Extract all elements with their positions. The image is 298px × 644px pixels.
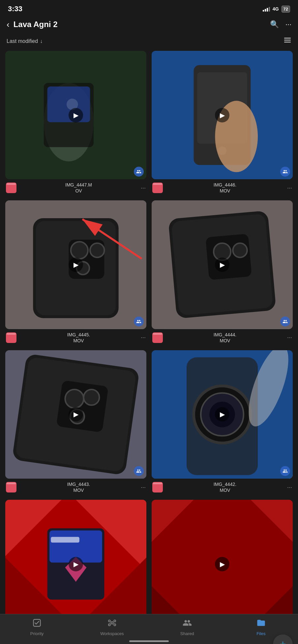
search-button[interactable]: 🔍 bbox=[270, 20, 279, 29]
list-view-button[interactable] bbox=[283, 36, 291, 46]
header: ‹ Lava Agni 2 🔍 ··· bbox=[0, 17, 298, 34]
network-label: 4G bbox=[273, 6, 279, 12]
page-title: Lava Agni 2 bbox=[14, 20, 58, 29]
svg-point-25 bbox=[233, 243, 247, 257]
nav-item-files[interactable]: Files bbox=[248, 617, 274, 637]
files-grid: ▶ IMG_4447.MOV ··· bbox=[0, 51, 298, 644]
svg-point-57 bbox=[108, 620, 110, 622]
file-thumbnail-8[interactable]: ▶ bbox=[152, 500, 293, 628]
file-item-6: ▶ IMG_4442.MOV ··· bbox=[152, 350, 293, 494]
file-more-3[interactable]: ··· bbox=[141, 334, 146, 341]
file-more-2[interactable]: ··· bbox=[287, 185, 292, 191]
file-thumbnail-3[interactable]: ▶ bbox=[5, 200, 146, 329]
status-icons: 4G 72 bbox=[263, 6, 290, 13]
nav-items-container: Priority Workspaces Shared bbox=[0, 617, 298, 637]
play-button-2[interactable]: ▶ bbox=[215, 108, 229, 122]
sort-label-text: Last modified bbox=[7, 38, 38, 44]
file-item-3: ▶ IMG_4445.MOV ··· bbox=[5, 200, 146, 345]
file-thumbnail-1[interactable]: ▶ bbox=[5, 51, 146, 179]
svg-point-31 bbox=[84, 390, 100, 405]
file-more-1[interactable]: ··· bbox=[141, 185, 146, 191]
play-button-8[interactable]: ▶ bbox=[215, 557, 229, 571]
file-name-4: IMG_4444.MOV bbox=[165, 332, 284, 344]
svg-point-59 bbox=[108, 624, 110, 626]
file-info-4: IMG_4444.MOV ··· bbox=[152, 329, 293, 345]
workspaces-label: Workspaces bbox=[100, 631, 124, 636]
nav-item-shared[interactable]: Shared bbox=[174, 617, 200, 637]
file-item-2: ▶ IMG_4446.MOV ··· bbox=[152, 51, 293, 195]
file-info-1: IMG_4447.MOV ··· bbox=[5, 179, 146, 195]
file-more-6[interactable]: ··· bbox=[287, 484, 292, 491]
file-item-4: ▶ IMG_4444.MOV ··· bbox=[152, 200, 293, 345]
file-thumbnail-7[interactable]: ▶ bbox=[5, 500, 146, 628]
priority-icon bbox=[32, 618, 42, 630]
play-button-4[interactable]: ▶ bbox=[215, 257, 229, 272]
svg-point-56 bbox=[111, 622, 113, 624]
file-thumbnail-5[interactable]: ▶ bbox=[5, 350, 146, 479]
signal-icon bbox=[263, 6, 270, 12]
svg-rect-0 bbox=[284, 38, 291, 39]
file-type-icon-3 bbox=[6, 332, 16, 343]
play-button-5[interactable]: ▶ bbox=[69, 407, 83, 422]
files-icon bbox=[256, 618, 266, 630]
svg-point-58 bbox=[114, 620, 116, 622]
fab-plus-icon: + bbox=[280, 638, 286, 644]
back-button[interactable]: ‹ bbox=[7, 20, 10, 29]
file-info-5: IMG_4443.MOV ··· bbox=[5, 479, 146, 494]
play-button-1[interactable]: ▶ bbox=[69, 108, 83, 122]
file-info-6: IMG_4442.MOV ··· bbox=[152, 479, 293, 494]
svg-point-30 bbox=[65, 390, 84, 408]
priority-label: Priority bbox=[30, 631, 44, 636]
file-name-3: IMG_4445.MOV bbox=[19, 332, 138, 344]
file-more-5[interactable]: ··· bbox=[141, 484, 146, 491]
file-more-4[interactable]: ··· bbox=[287, 334, 292, 341]
battery-indicator: 72 bbox=[282, 6, 290, 13]
nav-item-workspaces[interactable]: Workspaces bbox=[98, 617, 126, 637]
file-thumbnail-2[interactable]: ▶ bbox=[152, 51, 293, 179]
file-type-icon-1 bbox=[6, 183, 16, 193]
file-type-icon-5 bbox=[6, 482, 16, 492]
file-item-1: ▶ IMG_4447.MOV ··· bbox=[5, 51, 146, 195]
home-indicator bbox=[129, 640, 169, 642]
shared-badge-4 bbox=[280, 317, 290, 326]
sort-button[interactable]: Last modified ↓ bbox=[7, 38, 43, 44]
status-bar: 3:33 4G 72 bbox=[0, 0, 298, 17]
file-type-icon-6 bbox=[152, 482, 163, 492]
shared-badge-5 bbox=[134, 466, 144, 476]
file-name-5: IMG_4443.MOV bbox=[19, 481, 138, 493]
svg-rect-2 bbox=[284, 42, 291, 43]
bottom-navigation: Priority Workspaces Shared bbox=[0, 614, 298, 644]
header-left: ‹ Lava Agni 2 bbox=[7, 20, 58, 29]
file-info-3: IMG_4445.MOV ··· bbox=[5, 329, 146, 345]
svg-point-60 bbox=[114, 624, 116, 626]
shared-badge-3 bbox=[134, 317, 144, 326]
play-button-7[interactable]: ▶ bbox=[69, 557, 83, 571]
file-thumbnail-4[interactable]: ▶ bbox=[152, 200, 293, 329]
play-button-6[interactable]: ▶ bbox=[215, 407, 229, 422]
shared-badge-1 bbox=[134, 167, 144, 177]
shared-badge-2 bbox=[280, 167, 290, 177]
file-name-1: IMG_4447.MOV bbox=[19, 182, 138, 194]
status-time: 3:33 bbox=[8, 5, 22, 13]
file-item-5: ▶ IMG_4443.MOV ··· bbox=[5, 350, 146, 494]
file-name-2: IMG_4446.MOV bbox=[165, 182, 284, 194]
shared-badge-6 bbox=[280, 466, 290, 476]
shared-label: Shared bbox=[180, 631, 194, 636]
workspaces-icon bbox=[107, 618, 117, 630]
svg-rect-47 bbox=[51, 537, 79, 543]
file-type-icon-4 bbox=[152, 332, 163, 343]
more-options-button[interactable]: ··· bbox=[285, 20, 291, 29]
file-thumbnail-6[interactable]: ▶ bbox=[152, 350, 293, 479]
sort-direction-icon: ↓ bbox=[40, 38, 43, 44]
play-button-3[interactable]: ▶ bbox=[69, 257, 83, 272]
svg-point-18 bbox=[90, 243, 104, 257]
file-type-icon-2 bbox=[152, 183, 163, 193]
svg-point-17 bbox=[71, 242, 88, 259]
sort-bar: Last modified ↓ bbox=[0, 34, 298, 51]
nav-item-priority[interactable]: Priority bbox=[24, 617, 50, 637]
file-info-2: IMG_4446.MOV ··· bbox=[152, 179, 293, 195]
files-label: Files bbox=[256, 631, 265, 636]
file-name-6: IMG_4442.MOV bbox=[165, 481, 284, 493]
header-actions: 🔍 ··· bbox=[270, 20, 291, 29]
svg-rect-1 bbox=[284, 40, 291, 41]
